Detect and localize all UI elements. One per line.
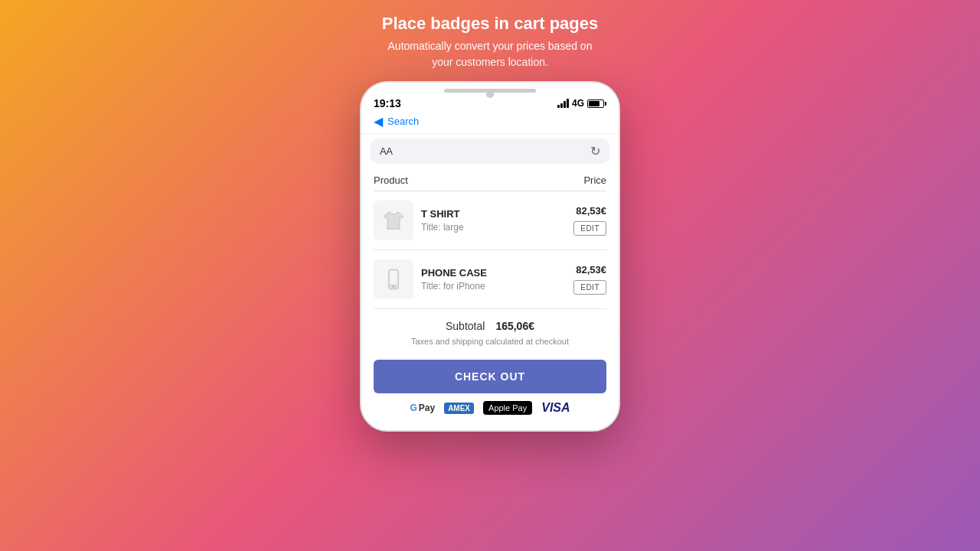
headline-title: Place badges in cart pages: [382, 14, 598, 34]
amex-icon: AMEX: [444, 403, 474, 414]
phonecase-details: PHONE CASE Title: for iPhone: [421, 267, 566, 292]
notch-dot: [486, 90, 494, 98]
tax-note: Taxes and shipping calculated at checkou…: [411, 337, 569, 346]
cart-item-tshirt: T SHIRT Title: large 82,53€ EDIT: [374, 191, 606, 250]
headline-subtitle: Automatically convert your prices based …: [382, 38, 598, 70]
tshirt-details: T SHIRT Title: large: [421, 208, 566, 233]
headline-section: Place badges in cart pages Automatically…: [382, 14, 598, 70]
tshirt-edit-button[interactable]: EDIT: [573, 221, 606, 236]
tshirt-price: 82,53€: [576, 205, 606, 217]
payment-icons: GPay AMEX Apple Pay VISA: [374, 401, 606, 424]
svg-rect-1: [390, 271, 397, 285]
tshirt-icon: [381, 208, 406, 233]
status-icons: 4G: [557, 98, 606, 109]
subtotal-section: Subtotal 165,06€ Taxes and shipping calc…: [374, 309, 606, 354]
text-size-label[interactable]: AA: [380, 145, 392, 157]
page-wrapper: Place badges in cart pages Automatically…: [0, 0, 980, 551]
apple-pay-icon: Apple Pay: [483, 401, 532, 415]
phonecase-price: 82,53€: [576, 264, 606, 276]
phone-bottom: [361, 424, 619, 430]
tshirt-variant: Title: large: [421, 222, 566, 233]
back-arrow-icon: ◀: [374, 114, 383, 129]
subtotal-label: Subtotal: [446, 320, 485, 332]
phonecase-name: PHONE CASE: [421, 267, 566, 279]
phonecase-variant: Title: for iPhone: [421, 281, 566, 292]
browser-bar[interactable]: AA ↻: [371, 139, 609, 164]
refresh-icon[interactable]: ↻: [590, 144, 600, 158]
subtotal-row: Subtotal 165,06€: [446, 320, 534, 332]
svg-point-2: [392, 285, 394, 288]
phone-notch: [361, 83, 619, 96]
phone-mockup: 19:13 4G ◀ Search AA ↻: [360, 81, 620, 432]
nav-bar: ◀ Search: [361, 111, 619, 134]
signal-bars-icon: [557, 99, 569, 108]
checkout-button[interactable]: CHECK OUT: [374, 360, 606, 393]
phonecase-image: [374, 259, 413, 299]
phonecase-icon: [381, 267, 406, 292]
nav-back-label[interactable]: Search: [387, 116, 419, 127]
cart-item-phonecase: PHONE CASE Title: for iPhone 82,53€ EDIT: [374, 250, 606, 309]
tshirt-right: 82,53€ EDIT: [573, 205, 606, 236]
status-time: 19:13: [374, 97, 401, 109]
network-type-label: 4G: [572, 98, 584, 109]
tshirt-image: [374, 201, 413, 240]
cart-content: Product Price T SHIRT Title: large 82,53…: [361, 168, 619, 424]
visa-icon: VISA: [541, 401, 570, 415]
battery-icon: [587, 99, 606, 108]
google-pay-icon: GPay: [410, 403, 435, 413]
phonecase-right: 82,53€ EDIT: [573, 264, 606, 295]
tshirt-name: T SHIRT: [421, 208, 566, 220]
col-price-header: Price: [583, 174, 606, 186]
phonecase-edit-button[interactable]: EDIT: [573, 280, 606, 295]
status-bar: 19:13 4G: [361, 96, 619, 111]
subtotal-value: 165,06€: [495, 320, 534, 332]
col-product-header: Product: [374, 174, 408, 186]
cart-header: Product Price: [374, 168, 606, 191]
